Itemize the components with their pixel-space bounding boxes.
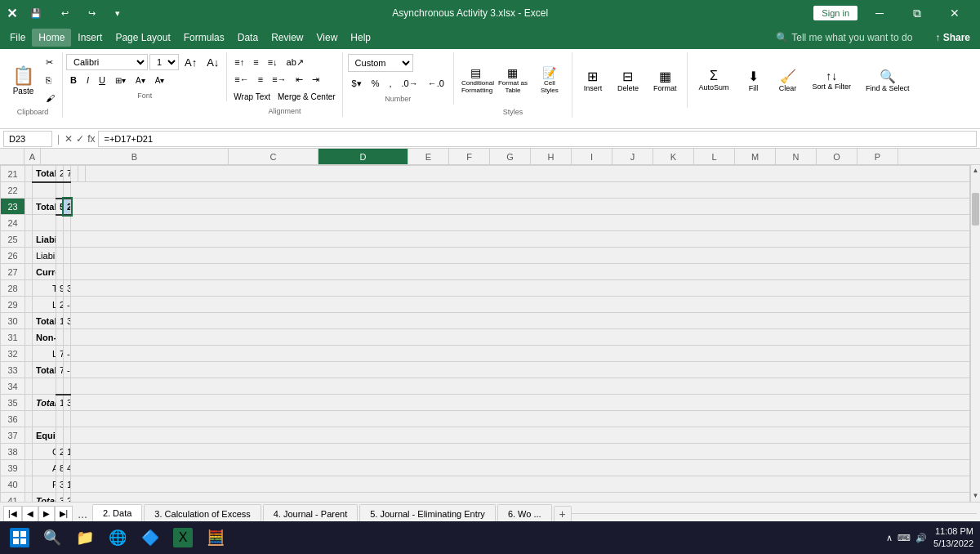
col-header-e[interactable]: E: [408, 149, 449, 164]
align-top-right-btn[interactable]: ≡↓: [264, 54, 282, 70]
col-header-a[interactable]: A: [24, 149, 41, 164]
cell-d26[interactable]: [64, 248, 71, 264]
cell-a28[interactable]: [25, 280, 33, 297]
speaker-icon[interactable]: 🔊: [915, 533, 927, 543]
share-btn[interactable]: ↑ Share: [929, 29, 977, 47]
cell-c32[interactable]: 750,000: [56, 346, 64, 362]
cell-c37[interactable]: [56, 427, 64, 444]
format-as-table-btn[interactable]: ▦ Format as Table: [496, 54, 530, 106]
find-select-btn[interactable]: 🔍 Find & Select: [860, 54, 915, 106]
cell-b39[interactable]: Additional Paid-in Capital: [33, 460, 56, 476]
font-size-select[interactable]: 11: [149, 54, 179, 70]
customize-quick-btn[interactable]: ▾: [109, 5, 127, 22]
indent-increase-btn[interactable]: ⇥: [308, 71, 323, 87]
cell-a37[interactable]: [25, 427, 33, 444]
cell-b33[interactable]: Total Non-current Liabilities: [33, 362, 56, 378]
redo-quick-btn[interactable]: ↪: [82, 5, 102, 22]
cell-a34[interactable]: [25, 378, 33, 395]
tab-nav-next[interactable]: ▶: [38, 506, 55, 522]
align-top-left-btn[interactable]: ≡↑: [230, 54, 248, 70]
cell-a24[interactable]: [25, 215, 33, 231]
cell-b21[interactable]: Total Non-current Assets: [33, 166, 56, 182]
menu-home[interactable]: Home: [32, 29, 71, 47]
cell-c25[interactable]: [56, 231, 64, 248]
cell-d25[interactable]: [64, 231, 71, 248]
cell-b36[interactable]: [33, 411, 56, 427]
align-left-btn[interactable]: ≡←: [230, 71, 252, 87]
chevron-icon[interactable]: ∧: [886, 533, 893, 543]
cell-c23[interactable]: 5,055,900: [56, 199, 64, 215]
col-header-j[interactable]: J: [612, 149, 653, 164]
format-painter-button[interactable]: 🖌: [42, 90, 59, 106]
font-name-select[interactable]: Calibri: [66, 54, 148, 70]
cell-b38[interactable]: Common Stock: [33, 444, 56, 460]
scroll-thumb[interactable]: [972, 193, 979, 226]
cell-b40[interactable]: Retained Earnings: [33, 476, 56, 493]
cell-d22[interactable]: [64, 182, 71, 199]
edge-btn[interactable]: 🔷: [137, 525, 163, 551]
clear-btn[interactable]: 🧹 Clear: [773, 54, 804, 106]
cell-b27[interactable]: Current Liabilities: [33, 264, 56, 280]
cell-d24[interactable]: [64, 215, 71, 231]
cell-c34[interactable]: [56, 378, 64, 395]
col-header-p[interactable]: P: [858, 149, 898, 164]
col-header-l[interactable]: L: [694, 149, 735, 164]
cell-c29[interactable]: 250,000: [56, 297, 64, 313]
underline-button[interactable]: U: [95, 72, 109, 88]
cell-d32[interactable]: -: [64, 346, 71, 362]
scroll-down-btn[interactable]: ▼: [971, 490, 980, 502]
col-header-k[interactable]: K: [653, 149, 694, 164]
cell-a33[interactable]: [25, 362, 33, 378]
cell-b23[interactable]: Total Assets: [33, 199, 56, 215]
cell-c28[interactable]: 911,000: [56, 280, 64, 297]
cell-d33[interactable]: -: [64, 362, 71, 378]
italic-button[interactable]: I: [82, 72, 93, 88]
delete-cells-btn[interactable]: ⊟ Delete: [612, 54, 644, 106]
col-header-o[interactable]: O: [817, 149, 858, 164]
decimal-increase-btn[interactable]: .0→: [398, 75, 422, 92]
col-header-i[interactable]: I: [572, 149, 612, 164]
cell-f21[interactable]: [78, 166, 86, 182]
cell-b29[interactable]: Loan Payable -current portion: [33, 297, 56, 313]
cell-b32[interactable]: Loan Payable -non-current portion: [33, 346, 56, 362]
cell-c40[interactable]: 344,900: [56, 476, 64, 493]
currency-btn[interactable]: $▾: [348, 75, 366, 92]
decimal-decrease-btn[interactable]: ←.0: [424, 75, 448, 92]
paste-button[interactable]: 📋 Paste: [7, 54, 40, 106]
menu-review[interactable]: Review: [265, 29, 310, 47]
excel-taskbar-btn[interactable]: X: [170, 525, 196, 551]
cell-a38[interactable]: [25, 444, 33, 460]
cell-b25[interactable]: Liabilities and Equity: [33, 231, 56, 248]
align-top-center-btn[interactable]: ≡: [249, 54, 262, 70]
autosum-btn[interactable]: Σ AutoSum: [693, 54, 734, 106]
col-header-n[interactable]: N: [776, 149, 817, 164]
cell-c27[interactable]: [56, 264, 64, 280]
cell-c38[interactable]: 2,000,000: [56, 444, 64, 460]
minimize-btn[interactable]: ─: [861, 0, 898, 26]
tab-nav-first[interactable]: |◀: [3, 506, 22, 522]
cell-d36[interactable]: [64, 411, 71, 427]
taskbar-clock[interactable]: 11:08 PM 5/13/2022: [933, 525, 973, 551]
cell-reference-box[interactable]: D23: [3, 131, 52, 147]
tab-nav-prev[interactable]: ◀: [22, 506, 38, 522]
cell-a39[interactable]: [25, 460, 33, 476]
undo-quick-btn[interactable]: ↩: [55, 5, 75, 22]
search-taskbar-btn[interactable]: 🔍: [39, 525, 65, 551]
confirm-formula-btn[interactable]: ✓: [76, 133, 84, 145]
cell-b24[interactable]: [33, 215, 56, 231]
cell-a26[interactable]: [25, 248, 33, 264]
cancel-formula-btn[interactable]: ✕: [65, 133, 73, 145]
vertical-scrollbar[interactable]: ▲ ▼: [970, 165, 980, 502]
cell-d40[interactable]: 160,130: [64, 476, 71, 493]
cell-a27[interactable]: [25, 264, 33, 280]
comma-btn[interactable]: ,: [385, 75, 396, 92]
cell-b28[interactable]: Trade Payables: [33, 280, 56, 297]
borders-button[interactable]: ⊞▾: [111, 72, 130, 88]
cell-e21[interactable]: [71, 166, 78, 182]
cell-b35[interactable]: Total Liabilities: [33, 395, 56, 411]
cell-a36[interactable]: [25, 411, 33, 427]
calculator-btn[interactable]: 🧮: [203, 525, 229, 551]
cell-d31[interactable]: [64, 329, 71, 346]
cell-styles-btn[interactable]: 📝 Cell Styles: [532, 54, 567, 106]
sign-in-button[interactable]: Sign in: [813, 6, 858, 20]
